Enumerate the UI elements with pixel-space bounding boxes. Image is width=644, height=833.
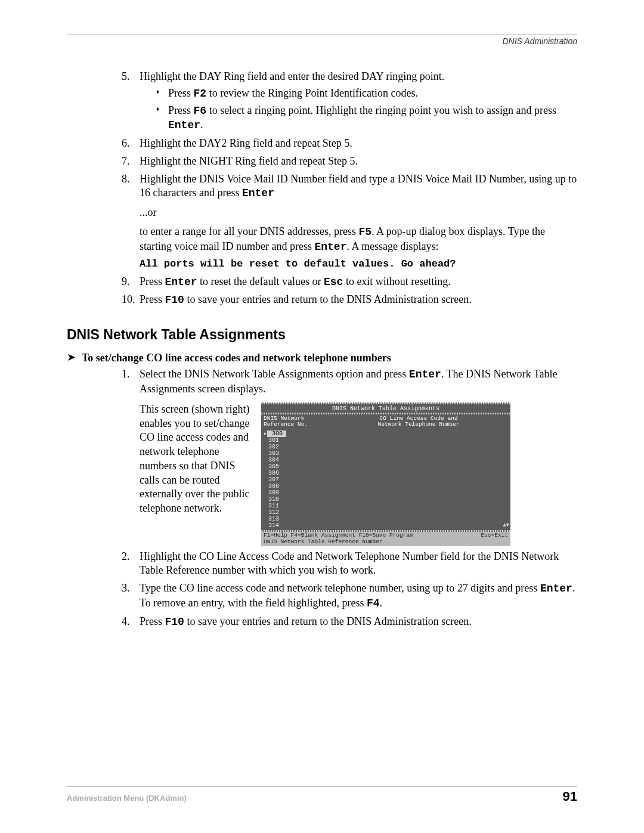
col-header-right: CO Line Access Code and Network Telephon… [327,414,510,429]
terminal-body: ▸300 301 302 303 304 305 306 307 308 3 [261,429,510,530]
key-enter: Enter [409,368,441,380]
scroll-indicator-icon: ▲▼ [503,523,509,529]
value-column: ▲▼ [327,429,510,530]
footer-rule [67,786,577,786]
page-number: 91 [563,789,577,804]
row: 303 [264,450,324,457]
footer-exit: Esc=Exit [481,532,508,538]
row: 307 [264,476,324,483]
step-number: 10. [122,293,135,307]
footer-left: Administration Menu (DKAdmin) [67,794,187,803]
row: 305 [264,463,324,470]
step-number: 1. [122,367,130,382]
key-enter: Enter [540,583,572,594]
step-8: 8. Highlight the DNIS Voice Mail ID Numb… [122,172,577,271]
step-text: Highlight the NIGHT Ring field and repea… [140,155,358,167]
step-3: 3. Type the CO line access code and netw… [122,581,577,611]
step-2: 2. Highlight the CO Line Access Code and… [122,550,577,578]
procedure-list-a: 5. Highlight the DAY Ring field and ente… [122,70,577,308]
step-text: Highlight the CO Line Access Code and Ne… [140,550,559,577]
key-enter: Enter [168,119,200,131]
key-f5: F5 [358,226,371,238]
terminal-window: DNIS Network Table Assignments DNIS Netw… [261,402,510,546]
step-4: 4. Press F10 to save your entries and re… [122,615,577,630]
step-10: 10. Press F10 to save your entries and r… [122,293,577,308]
content: 5. Highlight the DAY Ring field and ente… [67,70,577,629]
step-1: 1. Select the DNIS Network Table Assignm… [122,367,577,546]
row: 304 [264,457,324,463]
procedure-list-b: 1. Select the DNIS Network Table Assignm… [122,367,577,629]
key-f6: F6 [194,105,207,117]
embedded-screenshot: DNIS Network Table Assignments DNIS Netw… [261,402,577,546]
reference-column: ▸300 301 302 303 304 305 306 307 308 3 [261,429,327,530]
step-number: 4. [122,615,130,629]
step-text: Highlight the DAY2 Ring field and repeat… [140,137,352,149]
system-message: All ports will be reset to default value… [140,258,577,271]
row: 301 [264,437,324,444]
row: 306 [264,470,324,476]
key-f2: F2 [194,88,207,100]
subheading-row: ➤ To set/change CO line access codes and… [67,351,577,366]
row: 309 [264,490,324,496]
running-header: DNIS Administration [67,36,577,46]
row: 302 [264,444,324,450]
row: 308 [264,483,324,490]
step-number: 9. [122,275,130,289]
step-number: 5. [122,70,130,84]
bullet-1: Press F2 to review the Ringing Point Ide… [156,86,577,101]
key-f4: F4 [367,597,380,609]
step-number: 2. [122,550,130,564]
bullet-2: Press F6 to select a ringing point. High… [156,104,577,134]
row: 314 [264,522,324,529]
terminal-title: DNIS Network Table Assignments [261,404,510,413]
row: 311 [264,503,324,509]
step-9: 9. Press Enter to reset the default valu… [122,275,577,290]
pointer-icon: ➤ [67,351,76,364]
key-f10: F10 [165,616,184,628]
terminal-headers: DNIS Network Reference No. CO Line Acces… [261,414,510,429]
key-enter: Enter [314,241,346,253]
step-number: 6. [122,137,130,151]
step-5: 5. Highlight the DAY Ring field and ente… [122,70,577,133]
page: DNIS Administration 5. Highlight the DAY… [0,0,644,833]
terminal-footer-2: DNIS Network Table Reference Number [261,539,510,546]
key-enter: Enter [242,187,274,199]
page-footer: Administration Menu (DKAdmin) 91 [67,786,577,804]
sub-list: Press F2 to review the Ringing Point Ide… [156,86,577,133]
step-number: 8. [122,172,130,187]
two-column: This screen (shown right) enables you to… [140,402,577,546]
row: 310 [264,496,324,503]
step-6: 6. Highlight the DAY2 Ring field and rep… [122,137,577,151]
step-number: 7. [122,154,130,169]
step-text: Highlight the DAY Ring field and enter t… [140,70,444,82]
key-esc: Esc [324,276,343,288]
row: 312 [264,509,324,516]
col-header-left: DNIS Network Reference No. [261,414,327,429]
step-7: 7. Highlight the NIGHT Ring field and re… [122,154,577,169]
key-enter: Enter [165,276,197,288]
section-heading: DNIS Network Table Assignments [67,326,577,343]
row: 313 [264,516,324,522]
step-number: 3. [122,581,130,596]
key-f10: F10 [165,294,184,306]
footer-row: Administration Menu (DKAdmin) 91 [67,789,577,804]
header-rule [67,35,577,35]
or-text: ...or [140,206,577,220]
row-highlighted: ▸300 [264,431,324,437]
subheading: To set/change CO line access codes and n… [82,351,391,366]
description-paragraph: This screen (shown right) enables you to… [140,402,253,546]
footer-keys: F1=Help F4=Blank Assignment F10=Save Pro… [264,532,413,538]
